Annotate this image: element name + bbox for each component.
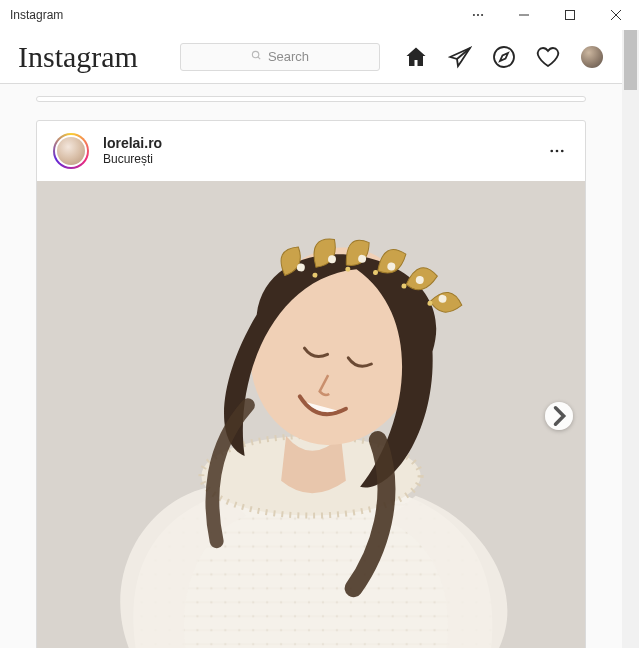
activity-icon[interactable] (536, 45, 560, 69)
stories-bar-edge (36, 96, 586, 102)
window-controls (501, 0, 639, 30)
feed: lorelai.ro București (0, 84, 622, 648)
svg-point-9 (494, 47, 514, 67)
search-input[interactable]: Search (180, 43, 380, 71)
close-button[interactable] (593, 0, 639, 30)
svg-point-10 (550, 150, 553, 153)
carousel-next-button[interactable] (545, 402, 573, 430)
profile-avatar[interactable] (580, 45, 604, 69)
post-location[interactable]: București (103, 152, 531, 166)
post-image[interactable] (37, 181, 585, 648)
app-navbar: Instagram Search (0, 30, 622, 84)
svg-point-12 (561, 150, 564, 153)
svg-point-11 (556, 150, 559, 153)
post-avatar[interactable] (53, 133, 89, 169)
nav-icons (404, 45, 604, 69)
app-menu-button[interactable] (455, 0, 501, 30)
search-placeholder: Search (268, 49, 309, 64)
search-icon (251, 49, 262, 64)
svg-point-2 (481, 13, 483, 15)
maximize-button[interactable] (547, 0, 593, 30)
window-title: Instagram (10, 8, 455, 22)
post-header: lorelai.ro București (37, 121, 585, 181)
svg-point-1 (477, 13, 479, 15)
scrollbar-thumb[interactable] (624, 30, 637, 90)
svg-point-7 (252, 51, 258, 57)
svg-line-8 (258, 57, 260, 59)
svg-rect-4 (566, 10, 575, 19)
explore-icon[interactable] (492, 45, 516, 69)
minimize-button[interactable] (501, 0, 547, 30)
post-card: lorelai.ro București (36, 120, 586, 648)
brand-logo[interactable]: Instagram (18, 40, 138, 74)
post-username[interactable]: lorelai.ro (103, 135, 531, 152)
post-more-button[interactable] (545, 139, 569, 163)
messages-icon[interactable] (448, 45, 472, 69)
avatar-icon (581, 46, 603, 68)
home-icon[interactable] (404, 45, 428, 69)
svg-point-0 (473, 13, 475, 15)
vertical-scrollbar[interactable] (622, 30, 639, 648)
window-titlebar: Instagram (0, 0, 639, 30)
